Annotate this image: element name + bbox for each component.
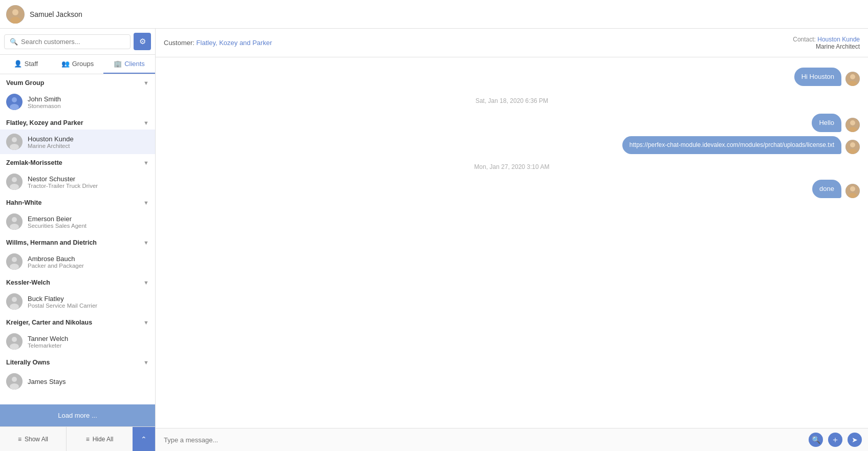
contact-john-smith[interactable]: John Smith Stonemason (0, 90, 155, 114)
svg-point-19 (12, 297, 17, 302)
svg-point-1 (12, 9, 18, 15)
show-all-button[interactable]: ≡ Show All (0, 429, 66, 449)
chat-input-area: 🔍 ＋ ➤ (156, 428, 868, 451)
group-header-willms[interactable]: Willms, Hermann and Dietrich ▼ (0, 234, 155, 249)
contact-name-right: Houston Kunde (817, 36, 860, 43)
load-more-button[interactable]: Load more ... (0, 404, 155, 426)
send-message-button[interactable]: ➤ (848, 433, 862, 447)
contact-info-nestor: Nestor Schuster Tractor-Trailer Truck Dr… (28, 175, 98, 189)
message-row-hi-houston: Hi Houston (164, 68, 860, 86)
group-header-veum[interactable]: Veum Group ▼ (0, 74, 155, 90)
message-bubble-done: done (812, 180, 841, 198)
avatar-houston-kunde (6, 134, 23, 150)
group-name-flatley: Flatley, Kozey and Parker (6, 119, 83, 126)
avatar-nestor (6, 174, 23, 190)
group-header-literally[interactable]: Literally Owns ▼ (0, 354, 155, 369)
contact-name-houston: Houston Kunde (28, 135, 74, 143)
svg-point-7 (12, 137, 17, 142)
contact-name-emerson: Emerson Beier (28, 215, 86, 223)
message-bubble-hi-houston: Hi Houston (794, 68, 841, 86)
add-attachment-button[interactable]: ＋ (828, 433, 842, 447)
chevron-down-icon-hahn: ▼ (143, 200, 149, 206)
contact-info-houston: Houston Kunde Marine Architect (28, 135, 74, 149)
contact-tanner-welch[interactable]: Tanner Welch Telemarketer (0, 329, 155, 354)
avatar-ambrose (6, 253, 23, 270)
contact-role-john-smith: Stonemason (28, 103, 61, 109)
group-header-kessler[interactable]: Kessler-Welch ▼ (0, 274, 155, 289)
main-area: 🔍 ⚙ 👤 Staff 👥 Groups 🏢 Clients (0, 29, 868, 451)
svg-point-20 (10, 304, 19, 310)
contact-info-emerson: Emerson Beier Securities Sales Agent (28, 215, 86, 229)
group-name-hahn: Hahn-White (6, 199, 41, 206)
clients-icon: 🏢 (114, 60, 122, 68)
app-container: Samuel Jackson 🔍 ⚙ 👤 Staff 👥 (0, 0, 868, 451)
contact-label-right: Contact: (793, 36, 817, 43)
contact-info-buck: Buck Flatley Postal Service Mail Carrier (28, 295, 97, 309)
customer-name-link[interactable]: Flatley, Kozey and Parker (197, 39, 272, 47)
msg-avatar-hi-houston (845, 72, 860, 86)
group-name-literally: Literally Owns (6, 359, 50, 366)
tab-groups[interactable]: 👥 Groups (52, 55, 103, 74)
svg-point-29 (849, 81, 857, 86)
user-avatar (6, 5, 25, 24)
search-input[interactable] (21, 38, 125, 46)
svg-point-10 (12, 177, 17, 182)
load-more-label: Load more ... (58, 412, 97, 419)
staff-icon: 👤 (14, 60, 22, 68)
group-header-kreiger[interactable]: Kreiger, Carter and Nikolaus ▼ (0, 314, 155, 329)
tabs: 👤 Staff 👥 Groups 🏢 Clients (0, 55, 155, 74)
contact-info-james: James Stays (28, 378, 66, 385)
chevron-down-icon-kessler: ▼ (143, 280, 149, 286)
chevron-down-icon-willms: ▼ (143, 240, 149, 246)
group-header-flatley[interactable]: Flatley, Kozey and Parker ▼ (0, 114, 155, 130)
group-header-hahn[interactable]: Hahn-White ▼ (0, 194, 155, 209)
chevron-down-icon: ▼ (143, 80, 149, 86)
sidebar-list: Veum Group ▼ John Smith Stonemason Flatl… (0, 74, 155, 404)
svg-point-23 (10, 343, 19, 350)
groups-icon: 👥 (61, 60, 70, 68)
group-header-zemlak[interactable]: Zemlak-Morissette ▼ (0, 154, 155, 169)
tab-clients[interactable]: 🏢 Clients (103, 55, 155, 74)
avatar-emerson (6, 213, 23, 230)
contact-name-john-smith: John Smith (28, 95, 61, 103)
timestamp-jan27: Mon, Jan 27, 2020 3:10 AM (164, 163, 860, 170)
contact-info-right: Contact: Houston Kunde Marine Architect (793, 36, 860, 50)
contact-nestor-schuster[interactable]: Nestor Schuster Tractor-Trailer Truck Dr… (0, 169, 155, 194)
svg-point-5 (10, 104, 19, 110)
group-name-willms: Willms, Hermann and Dietrich (6, 239, 97, 246)
user-name: Samuel Jackson (30, 10, 82, 18)
tab-staff[interactable]: 👤 Staff (0, 55, 52, 74)
tab-groups-label: Groups (72, 60, 94, 68)
contact-houston-kunde[interactable]: Houston Kunde Marine Architect (0, 130, 155, 154)
chevron-up-icon: ⌃ (141, 435, 147, 443)
svg-point-13 (12, 217, 17, 222)
contact-name-james: James Stays (28, 378, 66, 385)
contact-ambrose-bauch[interactable]: Ambrose Bauch Packer and Packager (0, 249, 155, 274)
contact-info-john-smith: John Smith Stonemason (28, 95, 61, 109)
hide-all-button[interactable]: ≡ Hide All (67, 429, 133, 449)
contact-role-tanner: Telemarketer (28, 342, 68, 349)
svg-point-22 (12, 337, 17, 342)
messages-area: Hi Houston Sat, Jan 18, 2020 6:36 PM Hel… (156, 57, 868, 428)
contact-name-tanner: Tanner Welch (28, 335, 68, 342)
avatar-buck (6, 293, 23, 310)
svg-point-16 (12, 257, 17, 262)
contact-name-buck: Buck Flatley (28, 295, 97, 303)
svg-point-17 (10, 264, 19, 270)
contact-role-ambrose: Packer and Packager (28, 263, 84, 269)
group-name-kessler: Kessler-Welch (6, 279, 50, 286)
search-chat-button[interactable]: 🔍 (809, 433, 823, 447)
chevron-down-icon-literally: ▼ (143, 359, 149, 366)
contact-emerson-beier[interactable]: Emerson Beier Securities Sales Agent (0, 209, 155, 234)
message-row-hello: Hello (164, 114, 860, 132)
contact-buck-flatley[interactable]: Buck Flatley Postal Service Mail Carrier (0, 289, 155, 314)
gear-button[interactable]: ⚙ (134, 33, 151, 50)
svg-point-4 (12, 97, 17, 102)
collapse-sidebar-button[interactable]: ⌃ (133, 427, 155, 451)
search-box[interactable]: 🔍 (4, 34, 131, 49)
msg-avatar-hello (845, 118, 860, 132)
chat-message-input[interactable] (162, 433, 805, 447)
contact-james-stays[interactable]: James Stays (0, 369, 155, 394)
sidebar-footer: ≡ Show All ≡ Hide All ⌃ (0, 426, 155, 451)
svg-point-26 (10, 383, 19, 390)
